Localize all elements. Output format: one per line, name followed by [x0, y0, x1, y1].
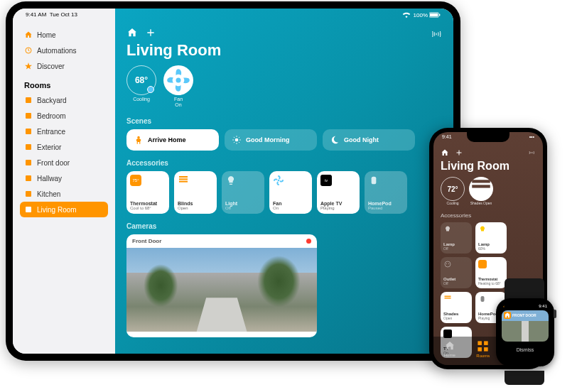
status-bar-left: 9:41 AM Tue Oct 13	[26, 11, 77, 18]
svg-rect-25	[179, 181, 188, 183]
accessories-label: Accessories	[126, 159, 442, 167]
home-button[interactable]	[126, 27, 138, 38]
sidebar-item-bedroom[interactable]: Bedroom	[20, 108, 108, 124]
watch-device: ‹9:41 FRONT DOOR Dismiss	[483, 278, 576, 385]
tile-lamp-1[interactable]: LampOff	[441, 222, 472, 254]
climate-temp[interactable]: 68° Cooling	[126, 65, 156, 107]
add-button[interactable]	[145, 27, 156, 38]
room-icon	[24, 174, 33, 183]
accessory-light[interactable]: LightOff	[222, 171, 264, 214]
sidebar-item-hallway[interactable]: Hallway	[20, 170, 108, 186]
svg-rect-10	[26, 191, 31, 197]
broadcast-button[interactable]	[527, 148, 536, 158]
sidebar-item-label: Front door	[37, 159, 70, 167]
back-button[interactable]: ‹	[503, 304, 505, 308]
svg-rect-33	[445, 296, 451, 298]
blinds-icon	[178, 175, 189, 186]
discover-icon	[24, 62, 33, 70]
sidebar-item-discover[interactable]: Discover	[20, 58, 108, 74]
tab-home[interactable]: Home	[444, 340, 455, 356]
svg-line-21	[234, 142, 234, 143]
climate-fan[interactable]: FanOn	[163, 65, 193, 107]
thermostat-icon	[478, 260, 487, 268]
signal-icon: •••	[529, 134, 534, 139]
scene-label: Good Morning	[246, 136, 289, 143]
home-icon	[444, 340, 455, 352]
svg-rect-36	[478, 341, 482, 345]
svg-rect-6	[26, 129, 31, 134]
scenes-list: Arrive Home Good Morning Good Night	[126, 129, 442, 151]
svg-point-13	[137, 136, 140, 139]
blinds-icon	[443, 295, 452, 303]
broadcast-button[interactable]	[431, 28, 442, 43]
sidebar-item-backyard[interactable]: Backyard	[20, 92, 108, 108]
sidebar-item-home[interactable]: Home	[20, 27, 108, 43]
climate-row: 68° Cooling FanOn	[126, 65, 442, 107]
sidebar-item-automations[interactable]: Automations	[20, 43, 108, 58]
svg-line-20	[239, 142, 239, 143]
fan-label: FanOn	[163, 97, 193, 107]
climate-shades[interactable]: Shades Open	[469, 177, 493, 205]
scene-good-night[interactable]: Good Night	[323, 129, 415, 151]
room-icon	[24, 127, 33, 136]
svg-rect-4	[26, 97, 31, 103]
svg-point-14	[235, 138, 239, 142]
tile-shades[interactable]: ShadesOpen	[441, 292, 472, 323]
accessory-name: Apple TV	[320, 201, 356, 207]
accessory-name: Light	[225, 201, 261, 207]
camera-name: Front Door	[132, 238, 161, 244]
watch-crown[interactable]	[554, 310, 556, 318]
camera-feed	[126, 248, 317, 332]
climate-temp[interactable]: 72°Cooling	[441, 177, 465, 205]
home-button[interactable]	[441, 148, 449, 158]
add-button[interactable]	[455, 148, 463, 158]
sidebar-item-label: Discover	[37, 62, 65, 70]
accessory-appletv[interactable]: tvApple TVPlaying	[317, 171, 360, 214]
scenes-label: Scenes	[126, 117, 442, 125]
svg-rect-27	[372, 177, 377, 185]
svg-rect-28	[472, 180, 490, 183]
sidebar-item-exterior[interactable]: Exterior	[20, 139, 108, 155]
svg-rect-38	[478, 347, 482, 352]
sidebar-item-label: Backyard	[37, 97, 67, 104]
sidebar-item-entrance[interactable]: Entrance	[20, 124, 108, 139]
sidebar-item-livingroom[interactable]: Living Room	[20, 202, 108, 217]
accessory-state: Off	[225, 206, 261, 210]
tile-lamp-2[interactable]: Lamp60%	[475, 222, 507, 254]
fan-icon	[163, 65, 193, 95]
watch-camera-card[interactable]: FRONT DOOR	[502, 310, 549, 342]
sidebar-section-rooms: Rooms	[24, 81, 104, 89]
accessory-state: Paused	[368, 206, 404, 210]
accessory-homepod[interactable]: HomePodPaused	[365, 171, 407, 214]
room-icon	[24, 143, 33, 151]
svg-rect-8	[26, 160, 31, 165]
accessory-thermostat[interactable]: 75°ThermostatCool to 68°	[126, 171, 169, 214]
accessory-name: Blinds	[178, 201, 213, 207]
sun-icon	[232, 135, 242, 145]
sidebar-item-frontdoor[interactable]: Front door	[20, 155, 108, 170]
wifi-icon	[401, 11, 412, 18]
scene-label: Good Night	[344, 136, 379, 143]
svg-rect-29	[472, 185, 490, 187]
room-title: Living Room	[441, 160, 536, 173]
svg-point-31	[446, 263, 447, 264]
battery-icon	[429, 12, 441, 18]
tile-outlet[interactable]: OutletOff	[441, 257, 472, 288]
sidebar-item-kitchen[interactable]: Kitchen	[20, 186, 108, 202]
svg-point-12	[176, 78, 181, 83]
watch-case: ‹9:41 FRONT DOOR Dismiss	[496, 298, 554, 366]
svg-rect-23	[179, 176, 188, 178]
room-icon	[24, 96, 33, 104]
accessory-blinds[interactable]: BlindsOpen	[174, 171, 217, 214]
svg-rect-7	[26, 144, 31, 150]
dismiss-button[interactable]: Dismiss	[499, 347, 551, 352]
thermostat-icon: 75°	[130, 175, 141, 186]
accessory-name: HomePod	[368, 201, 404, 207]
scene-arrive-home[interactable]: Arrive Home	[126, 129, 219, 151]
svg-rect-24	[179, 179, 188, 180]
room-icon	[24, 111, 33, 120]
automations-icon	[24, 46, 33, 55]
accessory-fan[interactable]: FanOn	[269, 171, 312, 214]
camera-card[interactable]: Front Door	[126, 234, 317, 337]
scene-good-morning[interactable]: Good Morning	[225, 129, 317, 151]
